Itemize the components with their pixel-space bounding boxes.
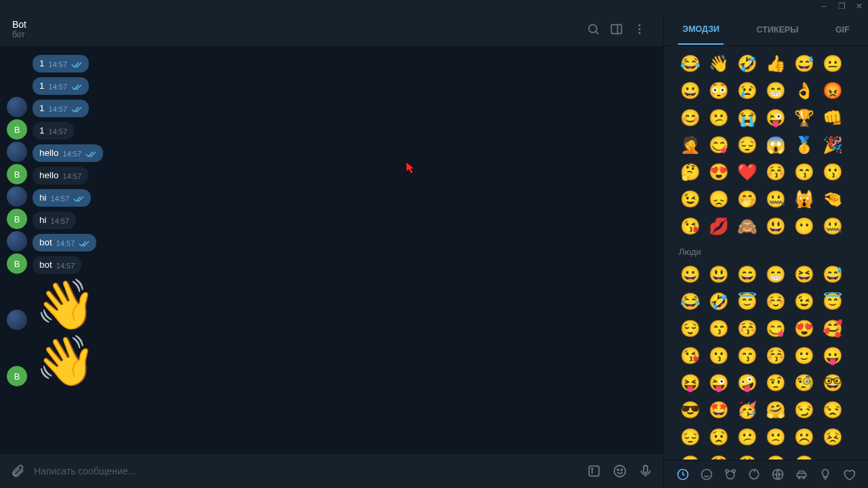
window-close-button[interactable]: ✕ (854, 1, 864, 11)
emoji-cell[interactable]: 😝 (677, 372, 703, 394)
emoji-cell[interactable]: 😕 (734, 426, 760, 448)
more-icon[interactable] (628, 18, 651, 41)
message-row[interactable]: hi14:57 (7, 186, 656, 207)
chat-messages[interactable]: 114:57114:57114:57B114:57hello14:57Bhell… (0, 46, 663, 454)
emoji-cell[interactable]: 😣 (820, 426, 846, 448)
emoji-cell[interactable]: 😌 (677, 318, 703, 340)
emoji-cell[interactable]: 😱 (763, 134, 789, 156)
emoji-cell[interactable]: 😒 (820, 399, 846, 421)
emoji-cell[interactable]: 🥇 (791, 134, 817, 156)
emoji-cell[interactable]: 😀 (677, 264, 703, 285)
emoji-cell[interactable]: 😡 (820, 80, 846, 102)
emoji-cell[interactable]: 😅 (820, 264, 846, 285)
category-objects-icon[interactable] (816, 466, 834, 483)
emoji-cell[interactable]: 🤗 (763, 399, 789, 421)
emoji-cell[interactable]: 😘 (677, 216, 703, 237)
emoji-cell[interactable]: 😢 (791, 453, 817, 460)
emoji-cell[interactable]: 👊 (820, 107, 846, 129)
emoji-cell[interactable]: 😃 (763, 216, 789, 237)
emoji-cell[interactable]: 😕 (706, 107, 732, 129)
emoji-cell[interactable]: 😁 (763, 264, 789, 285)
message-row[interactable]: bot14:57 (7, 231, 656, 251)
emoji-cell[interactable]: 😊 (677, 107, 703, 129)
commands-icon[interactable] (585, 462, 604, 481)
emoji-cell[interactable]: 😇 (734, 291, 760, 312)
emoji-cell[interactable]: 🤨 (763, 372, 789, 394)
emoji-cell[interactable]: 👌 (791, 80, 817, 102)
message-bubble[interactable]: bot14:57 (33, 256, 81, 274)
category-animals-icon[interactable] (722, 466, 739, 483)
emoji-cell[interactable]: 😘 (677, 345, 703, 367)
category-smileys-icon[interactable] (698, 466, 715, 483)
emoji-cell[interactable]: 😂 (677, 53, 703, 75)
emoji-cell[interactable]: 😚 (763, 345, 789, 367)
message-bubble[interactable]: hi14:57 (33, 211, 76, 229)
emoji-cell[interactable]: 😂 (677, 291, 703, 312)
tab-stickers[interactable]: СТИКЕРЫ (753, 14, 803, 44)
emoji-cell[interactable]: 😋 (763, 318, 789, 340)
message-row[interactable]: hello14:57 (7, 142, 656, 162)
message-bubble[interactable]: hello14:57 (33, 167, 88, 184)
category-symbols-icon[interactable] (840, 466, 858, 483)
emoji-cell[interactable]: 🙈 (734, 216, 760, 237)
emoji-cell[interactable]: 😜 (706, 372, 732, 394)
emoji-cell[interactable]: 😚 (763, 161, 789, 183)
sidepanel-icon[interactable] (605, 18, 628, 41)
emoji-cell[interactable]: 😙 (706, 318, 732, 340)
message-bubble[interactable]: bot14:57 (33, 234, 96, 251)
message-row[interactable]: 114:57 (7, 52, 656, 73)
emoji-cell[interactable]: 🥳 (734, 399, 760, 421)
emoji-cell[interactable]: ❤️ (734, 161, 760, 183)
message-bubble[interactable]: 114:57 (33, 100, 89, 117)
emoji-cell[interactable]: 😏 (791, 399, 817, 421)
message-row[interactable]: Bhello14:57 (7, 164, 656, 184)
category-travel-icon[interactable] (793, 466, 810, 483)
message-row[interactable]: 114:57 (7, 97, 656, 117)
emoji-cell[interactable]: 😫 (706, 453, 732, 460)
emoji-cell[interactable]: 😟 (706, 426, 732, 448)
emoji-cell[interactable]: 💋 (706, 216, 732, 237)
emoji-cell[interactable]: 😭 (734, 107, 760, 129)
window-minimize-button[interactable]: – (819, 1, 829, 11)
emoji-cell[interactable]: 😁 (763, 80, 789, 102)
emoji-cell[interactable]: 😔 (734, 134, 760, 156)
tab-gif[interactable]: GIF (831, 14, 854, 44)
message-row[interactable]: Bbot14:57 (7, 253, 656, 274)
emoji-cell[interactable]: 👍 (763, 53, 789, 75)
emoji-cell[interactable]: 🎉 (820, 134, 846, 156)
emoji-cell[interactable]: 🤣 (706, 291, 732, 312)
emoji-cell[interactable]: 😶 (791, 216, 817, 237)
window-maximize-button[interactable]: ❐ (837, 1, 846, 11)
attach-icon[interactable] (8, 462, 27, 481)
emoji-cell[interactable]: 😙 (734, 345, 760, 367)
emoji-cell[interactable]: 😗 (706, 345, 732, 367)
message-bubble[interactable]: hello14:57 (33, 144, 103, 162)
emoji-cell[interactable]: 😳 (706, 80, 732, 102)
emoji-cell[interactable]: 😔 (677, 426, 703, 448)
message-input[interactable] (34, 466, 578, 476)
emoji-cell[interactable]: 😜 (763, 107, 789, 129)
emoji-cell[interactable]: 🤩 (706, 399, 732, 421)
emoji-cell[interactable]: 🤏 (820, 188, 846, 210)
emoji-cell[interactable]: 😎 (677, 399, 703, 421)
emoji-cell[interactable]: 🤣 (734, 53, 760, 75)
category-food-icon[interactable] (745, 466, 763, 483)
emoji-cell[interactable]: 😍 (791, 318, 817, 340)
message-bubble[interactable]: 114:57 (33, 122, 74, 140)
message-row[interactable]: 114:57 (7, 75, 656, 95)
emoji-cell[interactable]: 🙀 (791, 188, 817, 210)
emoji-cell[interactable]: 😄 (734, 264, 760, 285)
emoji-cell[interactable]: 😅 (791, 53, 817, 75)
emoji-cell[interactable]: 🤓 (820, 372, 846, 394)
message-bubble[interactable]: 114:57 (33, 77, 89, 95)
emoji-cell[interactable]: 🏆 (791, 107, 817, 129)
emoji-cell[interactable]: 😃 (706, 264, 732, 285)
emoji-cell[interactable]: 😩 (734, 453, 760, 460)
emoji-cell[interactable]: 🤔 (677, 161, 703, 183)
emoji-cell[interactable]: 😇 (820, 291, 846, 312)
emoji-cell[interactable]: 👋 (706, 53, 732, 75)
message-bubble[interactable]: 114:57 (33, 55, 89, 73)
emoji-cell[interactable]: 🤐 (763, 188, 789, 210)
emoji-scroll-area[interactable]: 😂👋🤣👍😅😐😀😳😢😁👌😡😊😕😭😜🏆👊🤦😋😔😱🥇🎉🤔😍❤️😚😙😗😉😞🤭🤐🙀🤏😘💋🙈… (664, 46, 868, 460)
emoji-cell[interactable]: 😀 (677, 80, 703, 102)
